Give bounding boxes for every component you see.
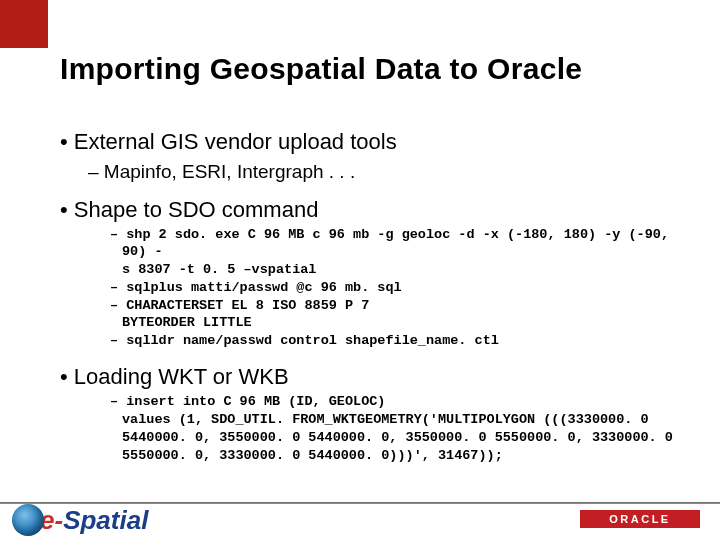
code-line: s 8307 -t 0. 5 –vspatial — [110, 262, 690, 279]
code-line: 5440000. 0, 3550000. 0 5440000. 0, 35500… — [110, 430, 690, 447]
logo-dash: - — [54, 505, 63, 535]
code-line: insert into C 96 MB (ID, GEOLOC) — [110, 394, 690, 411]
sub-bullet-vendors: Mapinfo, ESRI, Intergraph . . . — [88, 161, 690, 183]
code-line: values (1, SDO_UTIL. FROM_WKTGEOMETRY('M… — [110, 412, 690, 429]
bullet-external-gis: External GIS vendor upload tools — [60, 129, 690, 155]
code-block-shape: shp 2 sdo. exe C 96 MB c 96 mb -g geoloc… — [110, 227, 690, 350]
espatial-logo: e-Spatial — [12, 504, 148, 536]
red-corner-square — [0, 0, 48, 48]
code-line: BYTEORDER LITTLE — [110, 315, 690, 332]
globe-icon — [12, 504, 44, 536]
slide-content: External GIS vendor upload tools Mapinfo… — [60, 115, 690, 466]
code-block-wkt: insert into C 96 MB (ID, GEOLOC) values … — [110, 394, 690, 465]
oracle-text: ORACLE — [609, 513, 670, 525]
code-line: CHARACTERSET EL 8 ISO 8859 P 7 — [110, 298, 690, 315]
slide-title: Importing Geospatial Data to Oracle — [60, 52, 582, 86]
bullet-shape-sdo: Shape to SDO command — [60, 197, 690, 223]
code-line: sqlldr name/passwd control shapefile_nam… — [110, 333, 690, 350]
code-line: 5550000. 0, 3330000. 0 5440000. 0)))', 3… — [110, 448, 690, 465]
code-line: shp 2 sdo. exe C 96 MB c 96 mb -g geoloc… — [110, 227, 690, 261]
logo-spatial: Spatial — [63, 505, 148, 535]
code-line: sqlplus matti/passwd @c 96 mb. sql — [110, 280, 690, 297]
bullet-wkt-wkb: Loading WKT or WKB — [60, 364, 690, 390]
oracle-logo: ORACLE — [580, 510, 700, 528]
